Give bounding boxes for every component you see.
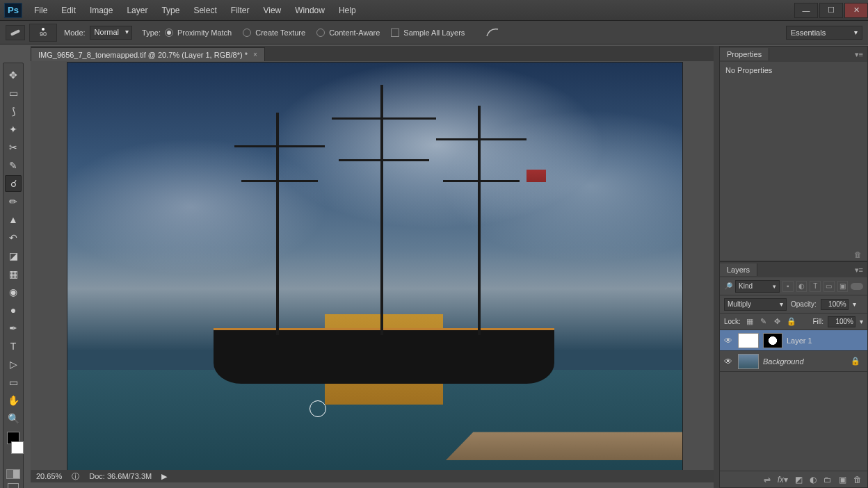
layer-thumbnail[interactable] [738,333,759,348]
dodge-tool[interactable]: ● [5,302,22,318]
background-color[interactable] [11,441,24,454]
lock-pixels-icon[interactable]: ✎ [759,317,769,327]
fill-chevron-icon[interactable]: ▾ [860,318,863,325]
layer-name[interactable]: Background [763,357,804,366]
brush-preset-picker[interactable]: 90 [29,24,57,42]
menu-type[interactable]: Type [155,3,186,18]
marquee-tool[interactable]: ▭ [5,85,22,101]
opacity-field[interactable]: 100% [821,299,849,310]
shape-tool[interactable]: ▭ [5,374,22,391]
properties-trash-icon[interactable]: 🗑 [720,248,867,261]
eyedropper-tool[interactable]: ✎ [5,157,22,174]
lasso-tool[interactable]: ⟆ [5,103,22,120]
clone-stamp-tool[interactable]: ▲ [5,211,22,228]
menu-file[interactable]: File [28,3,54,18]
screen-mode-button[interactable] [8,483,19,488]
brush-tool[interactable]: ✏ [5,193,22,210]
quick-mask-toggle[interactable] [6,469,20,479]
filter-kind-select[interactable]: Kind [735,280,780,293]
pen-tool[interactable]: ✒ [5,320,22,336]
zoom-tool[interactable]: 🔍 [5,410,22,427]
type-tool[interactable]: T [5,338,22,355]
adjustment-layer-icon[interactable]: ◐ [810,475,817,485]
filter-shape-icon[interactable]: ▭ [823,281,835,292]
link-layers-icon[interactable]: ⇌ [764,475,771,485]
properties-tab[interactable]: Properties [720,48,769,60]
group-icon[interactable]: 🗀 [823,475,832,485]
blend-opacity-row: Multiply Opacity: 100% ▾ [720,295,867,314]
healing-brush-tool[interactable]: ☌ [5,175,22,192]
image-yard [436,138,527,140]
zoom-level[interactable]: 20.65% [36,472,62,480]
menu-image[interactable]: Image [83,3,119,18]
menu-filter[interactable]: Filter [225,3,256,18]
status-arrow-icon[interactable]: ▶ [161,472,167,481]
doc-size: Doc: 36.6M/73.3M [89,472,152,480]
properties-empty-text: No Properties [725,66,772,74]
filter-smart-icon[interactable]: ▣ [837,281,849,292]
menu-select[interactable]: Select [187,3,223,18]
hand-tool[interactable]: ✋ [5,392,22,409]
mode-select[interactable]: Normal [90,26,132,40]
layer-item[interactable]: 👁 Layer 1 [720,330,867,351]
menu-edit[interactable]: Edit [55,3,82,18]
image-yard [443,180,520,182]
filter-adjust-icon[interactable]: ◐ [796,281,807,292]
document-canvas[interactable] [67,63,682,474]
panel-dock-edge[interactable] [714,46,719,488]
quick-select-tool[interactable]: ✦ [5,121,22,138]
layers-panel-menu-icon[interactable]: ▾≡ [851,266,867,275]
layer-mask-thumbnail[interactable] [763,333,782,348]
fill-field[interactable]: 100% [828,316,855,327]
properties-panel-menu-icon[interactable]: ▾≡ [851,50,867,59]
visibility-eye-icon[interactable]: 👁 [723,336,734,345]
radio-proximity-match[interactable] [165,29,173,37]
close-tab-icon[interactable]: × [253,51,257,58]
visibility-eye-icon[interactable]: 👁 [723,357,734,366]
workspace-switcher[interactable]: Essentials [786,26,862,40]
layers-tab[interactable]: Layers [720,263,757,276]
opacity-chevron-icon[interactable]: ▾ [853,300,856,308]
filter-pixel-icon[interactable]: ▪ [782,281,794,292]
menu-layer[interactable]: Layer [120,3,154,18]
close-button[interactable]: ✕ [844,3,868,18]
document-tab-bar: IMG_9656_7_8_tonemapped.tif @ 20.7% (Lay… [31,46,719,61]
layer-lock-icon[interactable]: 🔒 [851,357,860,366]
layer-name[interactable]: Layer 1 [787,336,812,345]
maximize-button[interactable]: ☐ [819,3,843,18]
layer-thumbnail[interactable] [738,354,759,369]
eraser-tool[interactable]: ◪ [5,247,22,264]
new-layer-icon[interactable]: ▣ [839,475,846,485]
layer-fx-icon[interactable]: fx▾ [778,475,788,485]
layer-item[interactable]: 👁 Background 🔒 [720,351,867,372]
blur-tool[interactable]: ◉ [5,284,22,300]
checkbox-sample-label: Sample All Layers [403,29,465,37]
lock-position-icon[interactable]: ✥ [773,317,782,327]
filter-type-icon[interactable]: T [810,281,821,292]
lock-transparent-icon[interactable]: ▦ [745,317,755,327]
menu-view[interactable]: View [257,3,287,18]
crop-tool[interactable]: ✂ [5,139,22,156]
lock-all-icon[interactable]: 🔒 [787,317,796,327]
filter-toggle-switch[interactable] [851,283,863,290]
pressure-icon[interactable] [485,26,499,39]
add-mask-icon[interactable]: ◩ [795,475,803,485]
tool-preset-picker[interactable] [6,25,25,40]
blend-mode-select[interactable]: Multiply [724,298,787,311]
document-tab[interactable]: IMG_9656_7_8_tonemapped.tif @ 20.7% (Lay… [31,47,265,61]
fill-label: Fill: [812,318,823,325]
lock-fill-row: Lock: ▦ ✎ ✥ 🔒 Fill: 100% ▾ [720,314,867,330]
radio-create-texture[interactable] [243,29,251,37]
history-brush-tool[interactable]: ↶ [5,229,22,246]
menu-window[interactable]: Window [289,3,331,18]
menu-help[interactable]: Help [332,3,362,18]
checkbox-sample-all-layers[interactable] [391,29,399,37]
opacity-label: Opacity: [791,300,817,308]
delete-layer-icon[interactable]: 🗑 [853,475,862,485]
path-select-tool[interactable]: ▷ [5,356,22,373]
gradient-tool[interactable]: ▦ [5,266,22,282]
radio-content-aware[interactable] [316,29,325,37]
info-icon[interactable]: ⓘ [72,471,79,482]
minimize-button[interactable]: — [794,3,818,18]
move-tool[interactable]: ✥ [5,67,22,83]
